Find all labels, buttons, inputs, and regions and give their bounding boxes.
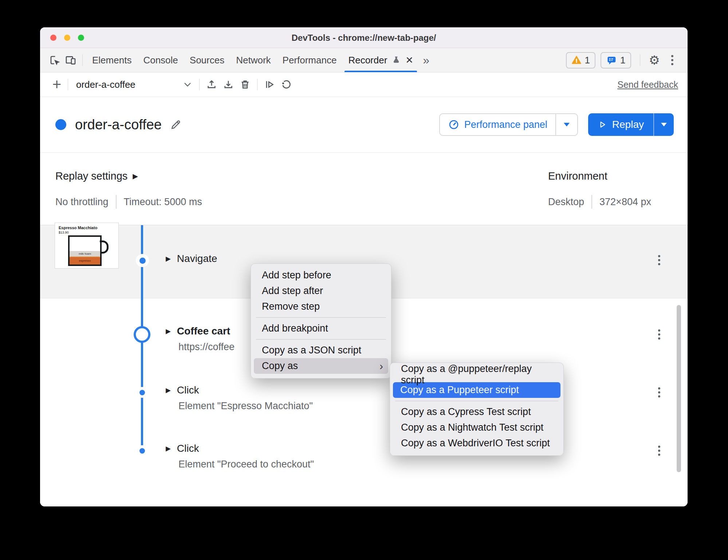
delete-recording-icon[interactable] — [237, 76, 253, 93]
menu-item-remove-step[interactable]: Remove step — [251, 299, 391, 314]
preview-product-price: $13.90 — [59, 231, 115, 234]
recording-select[interactable]: order-a-coffee — [72, 79, 196, 90]
menu-separator — [256, 317, 386, 318]
step-menu-kebab-icon[interactable] — [652, 252, 666, 268]
header-buttons: Performance panel Replay — [439, 113, 674, 136]
disclosure-triangle-icon[interactable]: ▶ — [166, 327, 171, 335]
recorder-toolbar: + order-a-coffee — [40, 73, 688, 97]
step-menu-kebab-icon[interactable] — [652, 443, 666, 459]
tab-recorder[interactable]: Recorder ✕ — [342, 48, 419, 72]
toolbar-separator — [257, 79, 257, 90]
issues-badge[interactable]: 1 — [601, 52, 631, 68]
submenu-item-puppeteer-replay[interactable]: Copy as a @puppeteer/replay script — [390, 367, 563, 382]
replay-button-label: Replay — [612, 119, 644, 130]
recording-select-value: order-a-coffee — [76, 79, 135, 90]
step-context-menu: Add step before Add step after Remove st… — [251, 263, 391, 379]
toolbar-separator — [199, 79, 200, 90]
submenu-item-cypress[interactable]: Copy as a Cypress Test script — [390, 404, 563, 420]
performance-panel-dropdown[interactable] — [556, 114, 577, 135]
warning-triangle-icon — [571, 55, 582, 65]
import-recording-icon[interactable] — [203, 76, 220, 93]
step-row-click-checkout[interactable]: ▶ Click Element "Proceed to checkout" — [166, 443, 314, 470]
tab-sources[interactable]: Sources — [184, 48, 230, 72]
inspect-element-icon[interactable] — [47, 52, 63, 68]
window-title: DevTools - chrome://new-tab-page/ — [40, 27, 688, 48]
window-titlebar: DevTools - chrome://new-tab-page/ — [40, 27, 688, 48]
timeline-dot-navigate — [136, 254, 149, 267]
screenshot-stage: DevTools - chrome://new-tab-page/ Elemen… — [0, 0, 728, 560]
copy-as-submenu: Copy as a @puppeteer/replay script Copy … — [390, 363, 564, 456]
step-target-element: Element "Espresso Macchiato" — [178, 400, 313, 412]
value-separator — [116, 195, 117, 209]
menu-separator — [395, 401, 558, 401]
throttling-value: No throttling — [55, 196, 109, 208]
more-tabs-icon[interactable]: » — [423, 54, 429, 67]
experiment-flask-icon — [391, 55, 401, 65]
step-url: https://coffee — [178, 341, 235, 353]
menu-item-copy-json[interactable]: Copy as a JSON script — [251, 342, 391, 358]
settings-gear-icon[interactable]: ⚙ — [649, 54, 660, 66]
edit-title-icon[interactable] — [170, 118, 182, 131]
tab-elements[interactable]: Elements — [86, 48, 137, 72]
coffee-mug-image: milk foam espresso — [68, 235, 102, 266]
step-menu-kebab-icon[interactable] — [652, 384, 666, 400]
menu-item-add-step-after[interactable]: Add step after — [251, 283, 391, 299]
tabbar-right-cluster: 1 1 ⚙ — [566, 52, 680, 68]
message-bubble-icon — [606, 55, 617, 66]
recording-title: order-a-coffee — [75, 117, 162, 133]
step-title: Coffee cart — [177, 325, 230, 337]
menu-separator — [256, 339, 386, 340]
disclosure-arrow-icon: ▶ — [133, 172, 138, 180]
replay-recording-icon[interactable] — [278, 76, 295, 93]
toolbar-separator — [82, 54, 83, 66]
step-row-click-espresso[interactable]: ▶ Click Element "Espresso Macchiato" — [166, 384, 313, 412]
disclosure-triangle-icon[interactable]: ▶ — [166, 255, 171, 263]
timeline-dot-click-2 — [137, 445, 147, 456]
mug-handle — [100, 240, 109, 254]
step-screenshot-preview: Espresso Macchiato $13.90 milk foam espr… — [55, 223, 119, 269]
menu-item-add-breakpoint[interactable]: Add breakpoint — [251, 321, 391, 336]
environment-device: Desktop — [548, 196, 584, 208]
active-tab-underline — [345, 71, 417, 72]
menu-item-copy-as[interactable]: Copy as › — [254, 358, 388, 374]
recording-dot-icon — [55, 119, 66, 130]
export-recording-icon[interactable] — [220, 76, 237, 93]
recording-header: order-a-coffee Performance panel — [40, 97, 688, 153]
submenu-arrow-icon: › — [379, 361, 383, 372]
replay-dropdown[interactable] — [654, 113, 674, 136]
devtools-menu-kebab-icon[interactable] — [665, 52, 680, 68]
disclosure-triangle-icon[interactable]: ▶ — [166, 445, 171, 453]
step-title: Navigate — [177, 253, 217, 265]
gauge-icon — [448, 119, 460, 130]
tab-network[interactable]: Network — [230, 48, 276, 72]
step-row-coffee-cart[interactable]: ▶ Coffee cart https://coffee — [166, 325, 235, 353]
play-icon — [598, 120, 607, 129]
step-by-step-replay-icon[interactable] — [261, 76, 278, 93]
environment-viewport: 372×804 px — [599, 196, 651, 208]
submenu-item-nightwatch[interactable]: Copy as a Nightwatch Test script — [390, 420, 563, 435]
send-feedback-link[interactable]: Send feedback — [617, 79, 678, 90]
performance-panel-button[interactable]: Performance panel — [439, 113, 578, 136]
espresso-layer: espresso — [70, 256, 100, 265]
disclosure-triangle-icon[interactable]: ▶ — [166, 386, 171, 394]
device-toolbar-icon[interactable] — [63, 52, 79, 68]
menu-item-add-step-before[interactable]: Add step before — [251, 267, 391, 283]
close-recorder-tab-icon[interactable]: ✕ — [405, 55, 413, 66]
chevron-down-icon — [184, 82, 191, 87]
add-recording-button[interactable]: + — [50, 77, 64, 92]
step-row-navigate[interactable]: ▶ Navigate — [166, 253, 217, 265]
tab-performance[interactable]: Performance — [277, 48, 343, 72]
toolbar-separator — [68, 79, 68, 90]
tab-console[interactable]: Console — [137, 48, 184, 72]
replay-settings-toggle[interactable]: Replay settings ▶ — [55, 170, 138, 182]
warnings-badge[interactable]: 1 — [566, 52, 595, 68]
scrollbar-thumb[interactable] — [677, 305, 681, 472]
milk-foam-layer: milk foam — [70, 251, 100, 256]
step-title: Click — [177, 384, 199, 396]
timeline-dot-click-1 — [137, 387, 147, 398]
submenu-item-webdriverio[interactable]: Copy as a WebdriverIO Test script — [390, 435, 563, 451]
replay-button[interactable]: Replay — [588, 113, 674, 136]
step-menu-kebab-icon[interactable] — [652, 326, 666, 342]
preview-product-name: Espresso Macchiato — [59, 226, 115, 231]
step-target-element: Element "Proceed to checkout" — [178, 459, 314, 470]
